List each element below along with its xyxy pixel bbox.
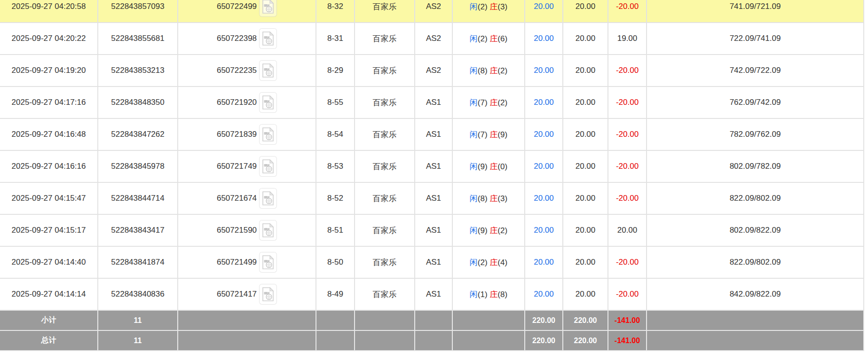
video-replay-button[interactable]: [259, 188, 277, 209]
bet-time: 2025-09-27 04:20:22: [0, 23, 98, 55]
bet-history-row[interactable]: 2025-09-27 04:19:20522843853213650722235…: [0, 55, 864, 86]
video-replay-button[interactable]: [259, 252, 277, 273]
bet-amount[interactable]: 20.00: [525, 150, 563, 182]
bet-history-row[interactable]: 2025-09-27 04:17:16522843848350650721920…: [0, 86, 864, 118]
game-result: 闲(8) 庄(3): [452, 182, 525, 214]
banker-points: (9): [497, 130, 507, 139]
summary-count: 11: [98, 330, 178, 351]
shoe-round: 8-50: [316, 246, 355, 278]
round-id-wrap: 650722398: [178, 28, 316, 49]
round-id-wrap: 650722499: [178, 0, 316, 17]
video-replay-button[interactable]: [259, 92, 277, 113]
bet-history-row[interactable]: 2025-09-27 04:20:22522843855681650722398…: [0, 23, 864, 55]
banker-points: (4): [497, 258, 507, 267]
valid-bet: 20.00: [563, 0, 608, 23]
balance: 822.09/802.09: [647, 246, 864, 278]
round-id: 650721749: [217, 162, 257, 171]
video-replay-icon: [262, 223, 274, 237]
banker-points: (6): [497, 34, 507, 43]
bet-history-row[interactable]: 2025-09-27 04:16:48522843847262650721839…: [0, 118, 864, 150]
game-result: 闲(7) 庄(9): [452, 118, 525, 150]
bet-history-row[interactable]: 2025-09-27 04:16:16522843845978650721749…: [0, 150, 864, 182]
bet-id: 522843844714: [98, 182, 178, 214]
bet-history-row[interactable]: 2025-09-27 04:15:17522843843417650721590…: [0, 214, 864, 246]
bet-history-row[interactable]: 2025-09-27 04:14:40522843841874650721499…: [0, 246, 864, 278]
banker-points: (0): [497, 162, 507, 171]
round-id-wrap: 650721417: [178, 284, 316, 305]
banker-points: (2): [497, 66, 507, 75]
round-cell: 650721920: [178, 86, 316, 118]
bet-amount[interactable]: 20.00: [525, 0, 563, 23]
round-cell: 650721499: [178, 246, 316, 278]
video-replay-icon: [262, 255, 274, 269]
game-result: 闲(9) 庄(0): [452, 150, 525, 182]
video-replay-icon: [262, 0, 274, 14]
banker-points: (3): [497, 2, 507, 11]
video-replay-button[interactable]: [259, 28, 277, 49]
table-name: AS1: [415, 182, 452, 214]
win-loss: -20.00: [608, 182, 647, 214]
win-loss: -20.00: [608, 246, 647, 278]
banker-label: 庄: [489, 258, 497, 267]
video-replay-button[interactable]: [259, 284, 277, 305]
balance: 722.09/741.09: [647, 23, 864, 55]
bet-amount[interactable]: 20.00: [525, 86, 563, 118]
win-loss: -20.00: [608, 0, 647, 23]
banker-points: (2): [497, 226, 507, 235]
bet-history-row[interactable]: 2025-09-27 04:20:58522843857093650722499…: [0, 0, 864, 23]
summary-count: 11: [98, 310, 178, 330]
round-cell: 650721674: [178, 182, 316, 214]
bet-time: 2025-09-27 04:15:47: [0, 182, 98, 214]
bet-amount[interactable]: 20.00: [525, 246, 563, 278]
balance: 802.09/782.09: [647, 150, 864, 182]
banker-label: 庄: [489, 98, 497, 107]
game-type: 百家乐: [355, 0, 415, 23]
bet-amount[interactable]: 20.00: [525, 182, 563, 214]
round-cell: 650722398: [178, 23, 316, 55]
video-replay-icon: [262, 127, 274, 141]
shoe-round: 8-32: [316, 0, 355, 23]
video-replay-icon: [262, 31, 274, 46]
video-replay-icon: [262, 287, 274, 301]
bet-amount[interactable]: 20.00: [525, 23, 563, 55]
game-result: 闲(2) 庄(6): [452, 23, 525, 55]
bet-id: 522843853213: [98, 55, 178, 86]
bet-amount[interactable]: 20.00: [525, 214, 563, 246]
round-id: 650722398: [217, 34, 257, 43]
bet-history-row[interactable]: 2025-09-27 04:14:14522843840836650721417…: [0, 278, 864, 310]
bet-amount[interactable]: 20.00: [525, 278, 563, 310]
bet-time: 2025-09-27 04:16:16: [0, 150, 98, 182]
bet-time: 2025-09-27 04:19:20: [0, 55, 98, 86]
bet-id: 522843843417: [98, 214, 178, 246]
win-loss: 19.00: [608, 23, 647, 55]
banker-label: 庄: [489, 194, 497, 203]
video-replay-button[interactable]: [259, 124, 277, 145]
table-name: AS1: [415, 246, 452, 278]
bet-amount[interactable]: 20.00: [525, 55, 563, 86]
video-replay-button[interactable]: [259, 0, 277, 17]
bet-time: 2025-09-27 04:14:14: [0, 278, 98, 310]
bet-id: 522843847262: [98, 118, 178, 150]
banker-label: 庄: [489, 130, 497, 139]
table-name: AS1: [415, 86, 452, 118]
video-replay-button[interactable]: [259, 156, 277, 177]
player-label: 闲: [470, 258, 478, 267]
table-name: AS2: [415, 23, 452, 55]
table-name: AS1: [415, 278, 452, 310]
bet-history-page: { "labels": { "player": "闲", "banker": "…: [0, 0, 868, 353]
table-name: AS1: [415, 118, 452, 150]
valid-bet: 20.00: [563, 55, 608, 86]
bet-history-table-viewport: 2025-09-27 04:20:58522843857093650722499…: [0, 0, 868, 353]
banker-label: 庄: [489, 290, 497, 299]
bet-amount[interactable]: 20.00: [525, 118, 563, 150]
video-replay-button[interactable]: [259, 60, 277, 81]
round-cell: 650721749: [178, 150, 316, 182]
player-label: 闲: [470, 162, 478, 171]
win-loss: -20.00: [608, 118, 647, 150]
video-replay-button[interactable]: [259, 220, 277, 241]
game-type: 百家乐: [355, 182, 415, 214]
shoe-round: 8-52: [316, 182, 355, 214]
bet-history-row[interactable]: 2025-09-27 04:15:47522843844714650721674…: [0, 182, 864, 214]
round-id-wrap: 650721674: [178, 188, 316, 209]
subtotal-row: 小计11220.00220.00-141.00: [0, 310, 864, 330]
